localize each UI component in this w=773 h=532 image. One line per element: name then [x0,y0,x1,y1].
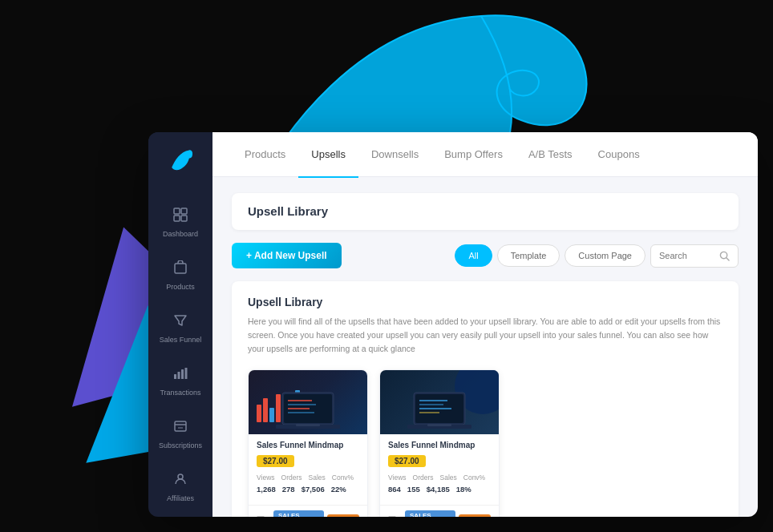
filter-group: All Template Custom Page [455,244,739,268]
products-icon [173,260,188,279]
card-info-2: Sales Funnel Mindmap $27.00 Views Orders… [380,434,499,505]
filter-custom-page-button[interactable]: Custom Page [565,244,646,267]
svg-rect-2 [174,216,180,221]
product-card[interactable]: Sales Funnel Mindmap $27.00 Views Orders… [248,369,368,517]
sidebar-item-transactions[interactable]: Transactions [148,355,212,408]
filter-template-button[interactable]: Template [497,244,561,267]
sidebar-logo [148,132,212,188]
add-new-upsell-button[interactable]: + Add New Upsell [232,243,342,268]
main-content: Products Upsells Downsells Bump Offers A… [212,132,758,517]
library-title: Upsell Library [248,296,722,308]
svg-rect-9 [175,421,186,431]
svg-rect-4 [175,264,186,273]
tag-sales-funnel-2: SALES FUNNEL [405,510,455,517]
card-price-1: $27.00 [257,455,294,467]
tag-sales-funnel-1: SALES FUNNEL [273,510,324,517]
tag-other-2: OTHER [459,514,491,517]
subscriptions-label: Subscriptions [159,441,202,449]
breadcrumb-card: Upsell Library [232,193,739,230]
tab-downsells[interactable]: Downsells [358,133,431,178]
sidebar: Dashboard Products Sa [148,132,212,517]
svg-rect-30 [427,424,451,426]
affiliates-label: Affiliates [167,494,194,502]
card-footer-2: 3 SALES FUNNEL OTHER [380,505,499,517]
top-navigation: Products Upsells Downsells Bump Offers A… [212,132,758,177]
filter-count-2: 3 [388,515,402,517]
dashboard-label: Dashboard [163,230,198,238]
tab-upsells[interactable]: Upsells [298,133,358,178]
logo-bird-icon [166,146,195,175]
app-container: Dashboard Products Sa [148,132,758,517]
svg-point-12 [178,474,183,479]
search-input[interactable] [659,251,715,260]
card-stats-values-1: 1,268 278 $7,506 22% [257,485,359,494]
svg-rect-7 [181,369,184,379]
page-title: Upsell Library [248,204,328,218]
sidebar-navigation: Dashboard Products Sa [148,188,212,517]
sidebar-item-dashboard[interactable]: Dashboard [148,196,212,249]
transactions-icon [173,366,188,385]
sidebar-item-products[interactable]: Products [148,249,212,302]
tag-other-1: OTHER [327,514,359,517]
svg-line-14 [726,257,729,260]
sidebar-item-sales-funnel[interactable]: Sales Funnel [148,302,212,355]
sales-funnel-label: Sales Funnel [160,336,202,344]
laptop-illustration-1 [276,389,340,433]
card-stats-header-1: Views Orders Sales Conv% [257,474,359,482]
filter-count-1: 3 [257,515,270,517]
card-footer-1: 3 SALES FUNNEL OTHER [249,505,367,517]
tab-coupons[interactable]: Coupons [585,133,653,178]
sales-funnel-icon [173,313,188,332]
library-description: Here you will find all of the upsells th… [248,315,722,355]
sidebar-item-affiliates[interactable]: Affiliates [148,461,212,514]
card-info-1: Sales Funnel Mindmap $27.00 Views Orders… [249,434,367,505]
subscriptions-icon [173,419,188,437]
cards-grid: Sales Funnel Mindmap $27.00 Views Orders… [248,369,722,517]
page-content-area: Upsell Library + Add New Upsell All Temp… [212,177,758,517]
product-card-2[interactable]: Sales Funnel Mindmap $27.00 Views Orders… [379,369,500,517]
card-title-1: Sales Funnel Mindmap [257,441,359,449]
tab-bump-offers[interactable]: Bump Offers [431,133,516,178]
card-stats-header-2: Views Orders Sales Conv% [388,474,491,482]
svg-rect-6 [178,372,180,379]
svg-rect-22 [296,424,320,426]
svg-rect-5 [174,374,176,379]
svg-rect-3 [181,216,187,221]
card-image-2 [380,370,499,434]
svg-rect-0 [174,208,180,214]
dashboard-icon [173,208,188,226]
tab-products[interactable]: Products [232,133,298,178]
card-price-2: $27.00 [388,455,426,467]
search-icon [719,251,730,261]
toolbar: + Add New Upsell All Template Custom Pag… [232,243,739,268]
card-stats-values-2: 864 155 $4,185 18% [388,485,491,494]
library-section: Upsell Library Here you will find all of… [232,281,739,517]
card-title-2: Sales Funnel Mindmap [388,441,491,449]
svg-rect-8 [185,368,188,379]
affiliates-icon [173,472,188,490]
card-image-1 [249,370,367,434]
tab-ab-tests[interactable]: A/B Tests [516,133,585,178]
products-label: Products [166,283,195,291]
transactions-label: Transactions [160,389,200,397]
filter-icon-1 [257,515,265,517]
svg-rect-1 [181,208,187,214]
sidebar-item-subscriptions[interactable]: Subscriptions [148,408,212,461]
filter-icon-2 [388,515,396,517]
laptop-illustration-2 [407,389,471,433]
search-box [650,244,739,268]
filter-all-button[interactable]: All [455,244,492,267]
